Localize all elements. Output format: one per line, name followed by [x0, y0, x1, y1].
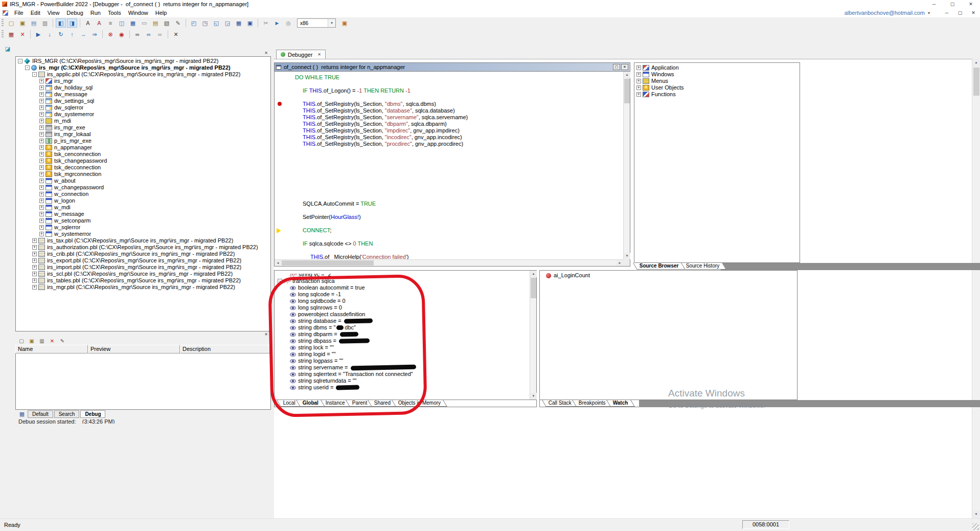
expand-box[interactable]: + [39, 139, 44, 143]
restart-icon[interactable]: ↻ [56, 30, 66, 39]
code-line-20[interactable]: SQLCA.AutoCommit = TRUE [275, 201, 623, 207]
output-window-icon[interactable]: ◨ [67, 18, 77, 28]
expand-box[interactable]: + [39, 119, 44, 123]
close-icon[interactable]: ✕ [962, 0, 980, 8]
browser-tab-source-browser[interactable]: Source Browser [633, 263, 685, 270]
expand-box[interactable]: + [39, 198, 44, 203]
variable-row-5[interactable]: long sqlnrows = 0 [275, 304, 530, 311]
breakpoint-gutter[interactable] [275, 187, 285, 194]
code-line-21[interactable] [275, 207, 623, 214]
preview-icon[interactable]: ◫ [117, 18, 127, 28]
target-platform-combo[interactable]: x86 ▾ [297, 18, 336, 28]
mdi-restore-icon[interactable]: ▢ [953, 10, 967, 15]
account-caret-icon[interactable]: ▾ [928, 11, 930, 15]
expand-box[interactable]: + [32, 265, 37, 270]
inherit-icon[interactable]: ▣ [17, 18, 28, 28]
clip-copy-icon[interactable]: ▣ [27, 337, 36, 345]
code-line-25[interactable] [275, 234, 623, 240]
tree-item-tsk-changepassword[interactable]: +tsk_changepassword [16, 158, 270, 164]
tree-item-irs-authorization-pbl[interactable]: +irs_authorization.pbl (C:\CX\Repos\irs_… [16, 244, 270, 251]
clip-window-icon[interactable]: ◪ [3, 44, 13, 53]
variable-row-4[interactable]: long sqldbcode = 0 [275, 298, 530, 304]
tile-horizontal-icon[interactable]: ◰ [189, 18, 199, 28]
variable-row-9[interactable]: string dbparm = [275, 331, 530, 338]
expand-box[interactable]: + [32, 258, 37, 263]
breakpoint-gutter[interactable] [275, 154, 285, 161]
expand-box[interactable]: + [39, 179, 44, 183]
output-tab-debug[interactable]: Debug [80, 410, 105, 418]
clear-breakpoints-icon[interactable]: ✕ [17, 30, 28, 39]
breakpoint-gutter[interactable] [275, 220, 285, 227]
scroll-right-icon[interactable]: ► [617, 260, 623, 266]
expand-box[interactable]: + [39, 132, 44, 137]
breakpoint-gutter[interactable] [275, 87, 285, 94]
variable-row-14[interactable]: string servername = [275, 364, 530, 371]
output-tab-search[interactable]: Search [54, 410, 80, 418]
expand-box[interactable]: + [32, 278, 37, 283]
library-list-icon[interactable]: ▤ [150, 18, 161, 28]
expand-box[interactable]: + [39, 225, 44, 230]
expand-box[interactable]: + [39, 85, 44, 90]
clip-header[interactable]: ✕ [15, 331, 271, 337]
tree-item-w-changepassword[interactable]: +w_changepassword [16, 184, 270, 191]
browser-item-user-objects[interactable]: +User Objects [634, 84, 800, 91]
variable-row-15[interactable]: string sqlerrtext = "Transaction not con… [275, 371, 530, 378]
continue-icon[interactable]: ▶ [33, 30, 43, 39]
expand-box[interactable]: + [39, 92, 44, 97]
code-line-12[interactable] [275, 147, 623, 154]
tree-item-dw-systemerror[interactable]: +dw_systemerror [16, 111, 270, 118]
tree-item-dw-holiday-sql[interactable]: +dw_holiday_sql [16, 84, 270, 91]
tree-item-dw-message[interactable]: +dw_message [16, 91, 270, 98]
variable-row-12[interactable]: string logid = "" [275, 351, 530, 358]
code-line-10[interactable]: THIS.of_SetRegistry(ls_Section, "incodir… [275, 134, 623, 141]
breakpoint-gutter[interactable] [275, 74, 285, 81]
variable-row-16[interactable]: string sqlreturndata = "" [275, 378, 530, 384]
watch-item-ai-logincount[interactable]: ai_LoginCount [540, 272, 797, 279]
breakpoint-gutter[interactable] [275, 121, 285, 127]
breakpoint-gutter[interactable] [275, 114, 285, 121]
tree-item-w-connection[interactable]: +w_connection [16, 191, 270, 197]
breakpoint-gutter[interactable] [275, 147, 285, 154]
expand-box[interactable]: + [39, 125, 44, 130]
collapse-box[interactable]: - [32, 72, 37, 77]
find-next-icon[interactable]: A [94, 18, 104, 28]
halt-icon[interactable]: ⊗ [105, 30, 116, 39]
code-line-2[interactable] [275, 81, 623, 87]
scrollbar-thumb[interactable] [282, 260, 374, 266]
expand-box[interactable]: + [39, 79, 44, 83]
tree-item-irs-applic-pbl[interactable]: -irs_applic.pbl (C:\CX\Repos\irs_mgr\Sou… [16, 71, 270, 78]
code-line-28[interactable]: THIS.of_ MicroHelp('Connection failed') [275, 254, 623, 259]
breakpoint-gutter[interactable] [275, 141, 285, 147]
tree-item-w-mdi[interactable]: +w_mdi [16, 204, 270, 211]
code-line-26[interactable]: IF sqlca.sqlcode <> 0 THEN [275, 240, 623, 247]
menu-tools[interactable]: Tools [104, 10, 125, 16]
scrollbar-thumb[interactable] [624, 79, 630, 103]
scroll-up-icon[interactable]: ▲ [530, 271, 537, 277]
toolbar-grip[interactable] [2, 19, 4, 27]
step-in-icon[interactable]: ↓ [44, 30, 55, 39]
resize-grip[interactable] [972, 523, 979, 530]
expand-box[interactable]: + [39, 185, 44, 190]
clip-rename-icon[interactable]: ✎ [58, 337, 67, 345]
clip-list[interactable] [15, 353, 271, 410]
expand-box[interactable]: + [39, 205, 44, 210]
collapse-box[interactable]: - [278, 279, 282, 283]
find-icon[interactable]: A [83, 18, 93, 28]
print-icon[interactable]: ▭ [139, 18, 149, 28]
code-line-11[interactable]: THIS.of_SetRegistry(ls_Section, "procdir… [275, 141, 623, 147]
variable-row-6[interactable]: powerobject classdefinition [275, 311, 530, 318]
tree-item-irs-mgr-exe[interactable]: +irs_mgr_exe [16, 124, 270, 131]
expand-box[interactable]: + [39, 145, 44, 150]
tree-item-n-appmanager[interactable]: +n_appmanager [16, 144, 270, 151]
collapse-box[interactable]: - [18, 59, 22, 63]
code-line-3[interactable]: IF THIS.of_Logon() = -1 THEN RETURN -1 [275, 87, 623, 94]
output-tab-default[interactable]: Default [28, 410, 53, 418]
breakpoint-gutter[interactable] [275, 247, 285, 254]
mdi-close-icon[interactable]: ✕ [967, 10, 980, 15]
breakpoint-gutter[interactable] [275, 194, 285, 201]
breakpoint-gutter[interactable] [275, 161, 285, 167]
menu-run[interactable]: Run [87, 10, 104, 16]
tree-item-irs-mgr-lokaal[interactable]: +irs_mgr_lokaal [16, 131, 270, 138]
tree-item-irs-import-pbl[interactable]: +irs_import.pbl (C:\CX\Repos\irs_mgr\Sou… [16, 264, 270, 271]
pane-close-icon[interactable]: ✕ [264, 332, 268, 337]
